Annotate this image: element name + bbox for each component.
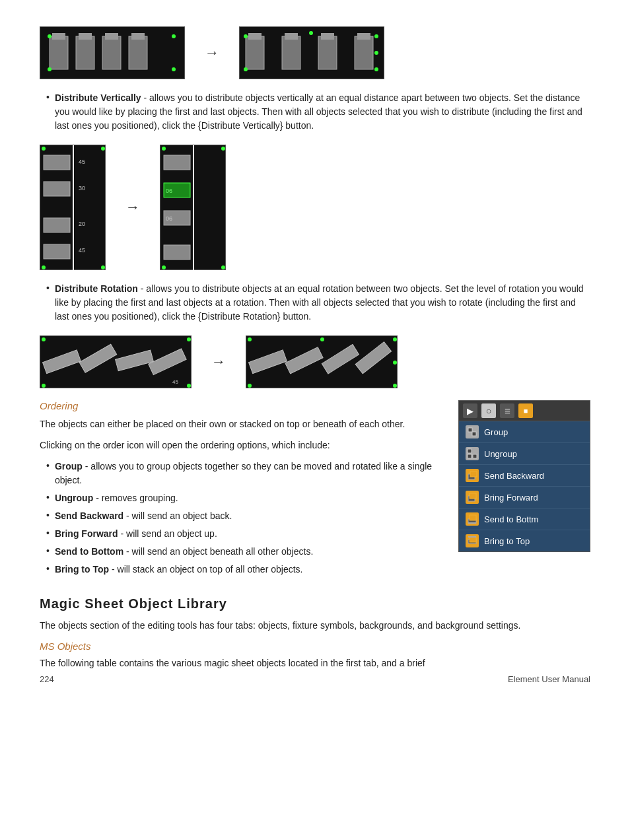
cursor-icon[interactable]: ▶ xyxy=(463,403,477,418)
svg-text:45: 45 xyxy=(79,158,85,165)
svg-rect-52 xyxy=(116,350,154,371)
svg-point-68 xyxy=(393,361,397,365)
svg-point-45 xyxy=(221,147,225,151)
ordering-panel: ▶ ○ ☰ ■ Group Ungroup xyxy=(458,400,590,580)
ungroup-item: • Ungroup - removes grouping. xyxy=(40,491,438,505)
arrow-right-2: → xyxy=(125,199,140,216)
ordering-text-block: Ordering The objects can either be place… xyxy=(40,400,438,580)
menu-send-backward[interactable]: Send Backward xyxy=(459,465,590,487)
svg-rect-61 xyxy=(322,345,359,374)
diagram-after-horiz xyxy=(239,26,384,79)
svg-rect-70 xyxy=(472,432,476,436)
distribute-vertically-section: • Distribute Vertically - allows you to … xyxy=(40,91,590,133)
bring-to-top-item: • Bring to Top - will stack an object on… xyxy=(40,563,438,577)
diagram-rot-after xyxy=(246,335,398,388)
svg-rect-13 xyxy=(248,33,262,40)
distribute-vertically-item: • Distribute Vertically - allows you to … xyxy=(40,91,590,133)
order-icon[interactable]: ■ xyxy=(518,403,533,418)
svg-rect-12 xyxy=(246,36,264,69)
magic-sheet-intro: The objects section of the editing tools… xyxy=(40,618,590,633)
menu-ungroup[interactable]: Ungroup xyxy=(459,443,590,465)
svg-rect-71 xyxy=(468,449,472,453)
svg-rect-51 xyxy=(79,344,117,372)
rotation-diagram-row: 45 → xyxy=(40,335,590,388)
send-to-bottom-item: • Send to Bottom - will send an object b… xyxy=(40,545,438,559)
distribute-rotation-text: Distribute Rotation - allows you to dist… xyxy=(55,282,590,324)
menu-bring-to-top[interactable]: Bring to Top xyxy=(459,530,590,551)
send-backward-icon xyxy=(466,469,479,482)
diagram-rot-before: 45 xyxy=(40,335,192,388)
svg-rect-1 xyxy=(52,33,65,40)
svg-point-54 xyxy=(42,337,46,341)
diagram-before-horiz xyxy=(40,26,185,79)
send-to-bottom-icon xyxy=(466,512,479,526)
list-icon[interactable]: ☰ xyxy=(500,403,514,418)
svg-rect-62 xyxy=(355,342,391,374)
svg-point-24 xyxy=(309,31,313,35)
magic-sheet-section: Magic Sheet Object Library The objects s… xyxy=(40,596,590,671)
arrow-right-1: → xyxy=(205,44,219,61)
diagram-vert-after: 06 06 xyxy=(160,145,226,270)
svg-point-20 xyxy=(244,34,248,38)
middle-diagram-row: 45 30 20 45 → 06 06 xyxy=(40,145,590,270)
svg-text:06: 06 xyxy=(166,188,172,194)
ordering-menu: ▶ ○ ☰ ■ Group Ungroup xyxy=(458,400,590,552)
svg-point-44 xyxy=(162,147,166,151)
svg-rect-28 xyxy=(44,182,70,196)
svg-rect-3 xyxy=(79,33,92,40)
top-diagram-row: → xyxy=(40,26,590,79)
distribute-vertically-text: Distribute Vertically - allows you to di… xyxy=(55,91,590,133)
svg-rect-7 xyxy=(131,33,145,40)
svg-rect-29 xyxy=(44,218,70,232)
svg-rect-40 xyxy=(164,155,190,170)
svg-rect-50 xyxy=(43,350,81,374)
svg-rect-82 xyxy=(470,537,476,542)
svg-rect-72 xyxy=(473,454,477,458)
group-icon xyxy=(466,425,479,438)
svg-point-10 xyxy=(172,67,176,71)
svg-point-25 xyxy=(374,51,378,55)
svg-rect-69 xyxy=(468,428,472,432)
ordering-click-desc: Clicking on the order icon will open the… xyxy=(40,438,438,452)
svg-rect-77 xyxy=(470,493,476,499)
svg-point-46 xyxy=(221,265,225,269)
menu-toolbar: ▶ ○ ☰ ■ xyxy=(459,401,590,421)
distribute-rotation-section: • Distribute Rotation - allows you to di… xyxy=(40,282,590,324)
page-number: 224 xyxy=(40,674,54,684)
svg-point-23 xyxy=(244,67,248,71)
bring-forward-icon xyxy=(466,491,479,504)
svg-point-33 xyxy=(101,265,105,269)
svg-point-22 xyxy=(374,67,378,71)
svg-point-64 xyxy=(393,337,397,341)
svg-rect-73 xyxy=(468,454,472,458)
menu-send-to-bottom[interactable]: Send to Bottm xyxy=(459,508,590,530)
svg-point-55 xyxy=(187,337,191,341)
distribute-rotation-item: • Distribute Rotation - allows you to di… xyxy=(40,282,590,324)
ms-objects-intro: The following table contains the various… xyxy=(40,656,590,670)
svg-rect-6 xyxy=(129,36,147,69)
svg-text:45: 45 xyxy=(79,247,85,254)
ordering-title: Ordering xyxy=(40,400,438,411)
svg-point-21 xyxy=(374,34,378,38)
svg-rect-53 xyxy=(149,349,186,375)
bullet-dot-1: • xyxy=(46,92,50,102)
manual-title: Element User Manual xyxy=(508,674,590,684)
svg-rect-43 xyxy=(164,245,190,260)
page-footer: 224 Element User Manual xyxy=(40,674,590,684)
svg-rect-30 xyxy=(44,244,70,259)
svg-rect-60 xyxy=(285,347,323,374)
svg-point-11 xyxy=(48,67,52,71)
svg-rect-17 xyxy=(321,33,334,40)
arrow-right-3: → xyxy=(211,353,226,370)
menu-group[interactable]: Group xyxy=(459,421,590,443)
svg-point-8 xyxy=(48,34,52,38)
svg-text:20: 20 xyxy=(79,221,85,227)
page: → • xyxy=(0,0,630,697)
svg-point-31 xyxy=(42,147,46,151)
ms-objects-title: MS Objects xyxy=(40,641,590,652)
magic-sheet-title: Magic Sheet Object Library xyxy=(40,596,590,612)
zoom-icon[interactable]: ○ xyxy=(481,403,496,418)
svg-point-67 xyxy=(320,337,324,341)
svg-rect-27 xyxy=(44,155,70,170)
menu-bring-forward[interactable]: Bring Forward xyxy=(459,487,590,508)
